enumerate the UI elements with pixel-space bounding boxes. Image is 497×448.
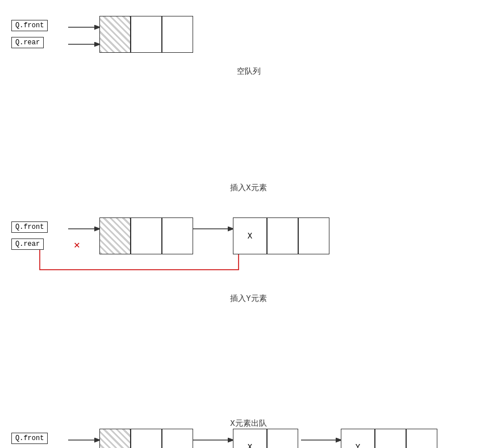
- section-insert-x: Q.front Q.rear ✕ X 插入X元素: [0, 105, 497, 193]
- caption-4: X元素出队: [0, 418, 497, 429]
- q-front-label-1: Q.front: [11, 20, 48, 31]
- y-next2-3: [406, 429, 437, 448]
- arrows-insert-y: [0, 210, 497, 304]
- empty-node-1: [131, 16, 162, 53]
- arrows-insert-x: [0, 105, 497, 193]
- x-node-3: X: [233, 429, 267, 448]
- section-dequeue-x: Q.front Q.rear ✕ X ✕ Y X元素出队: [0, 324, 497, 432]
- caption-2: 插入X元素: [0, 183, 497, 193]
- y-next-3: [375, 429, 406, 448]
- q-front-label-3: Q.front: [11, 433, 48, 444]
- y-node-3: Y: [341, 429, 375, 448]
- section-insert-y: Q.front Q.rear X Y 插入Y元素: [0, 210, 497, 304]
- hatch-3: [99, 429, 131, 448]
- caption-1: 空队列: [0, 66, 497, 77]
- q-rear-label-1: Q.rear: [11, 37, 44, 48]
- empty-node-5: [131, 429, 162, 448]
- arrows-dequeue: [0, 324, 497, 432]
- empty-node-2: [162, 16, 193, 53]
- hatch-1: [99, 16, 131, 53]
- section-empty-queue: Q.front Q.rear 空队列: [0, 6, 497, 79]
- empty-node-6: [162, 429, 193, 448]
- caption-3: 插入Y元素: [0, 294, 497, 304]
- x-next-3: [267, 429, 298, 448]
